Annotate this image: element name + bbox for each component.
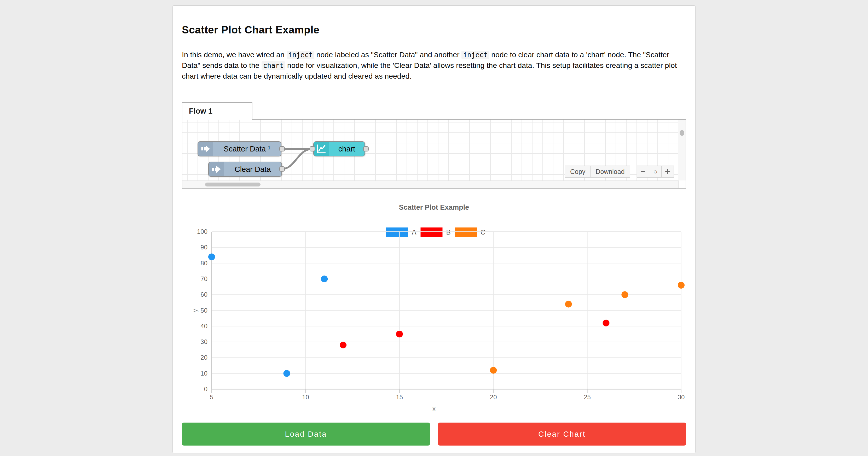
x-axis-title: x — [432, 405, 436, 412]
inject-node-scatter-data[interactable]: Scatter Data ¹ — [197, 141, 281, 157]
line-chart-icon — [314, 142, 329, 156]
x-tick-label: 5 — [210, 394, 213, 401]
port-output-chart[interactable] — [363, 146, 369, 152]
inline-code: inject — [287, 51, 314, 59]
legend-label-A[interactable]: A — [412, 228, 416, 236]
y-tick-label: 70 — [200, 275, 208, 282]
x-tick-label: 20 — [490, 394, 497, 401]
port-output-scatter-data[interactable] — [279, 146, 285, 152]
flow-zoom-controls: − ○ + — [637, 166, 674, 177]
legend-swatch-B[interactable] — [421, 227, 443, 237]
y-tick-label: 20 — [200, 354, 208, 361]
chart-title: Scatter Plot Example — [399, 203, 469, 211]
inline-code: inject — [461, 51, 489, 59]
wire-clear-to-chart[interactable] — [282, 149, 312, 169]
zoom-out-button[interactable]: − — [637, 166, 649, 177]
inline-code: chart — [261, 61, 285, 70]
horizontal-scrollbar-thumb[interactable] — [205, 183, 260, 187]
y-tick-label: 30 — [200, 338, 208, 345]
description-text: node labeled as "Scatter Data" and anoth… — [314, 51, 462, 59]
y-tick-label: 40 — [200, 323, 208, 330]
legend-label-B[interactable]: B — [446, 228, 451, 236]
scatter-point-C — [678, 282, 685, 289]
legend-swatch-A[interactable] — [386, 227, 408, 237]
scatter-point-C — [490, 367, 497, 374]
legend-swatch-C[interactable] — [455, 227, 477, 237]
zoom-reset-button[interactable]: ○ — [649, 166, 661, 177]
scatter-point-A — [208, 253, 215, 260]
content-card: Scatter Plot Chart Example In this demo,… — [173, 5, 695, 453]
y-tick-label: 0 — [204, 386, 208, 393]
x-tick-label: 15 — [396, 394, 403, 401]
scatter-point-C — [621, 291, 628, 298]
node-label: chart — [329, 142, 365, 156]
flow-tab-label: Flow 1 — [189, 107, 212, 116]
scatter-point-C — [565, 301, 572, 307]
vertical-scrollbar-thumb[interactable] — [680, 130, 684, 136]
y-tick-label: 80 — [200, 260, 208, 267]
scatter-chart: Scatter Plot ExampleABC51015202530010203… — [182, 200, 686, 421]
load-data-button[interactable]: Load Data — [182, 423, 430, 446]
flow-canvas[interactable]: Scatter Data ¹ Clear Data — [182, 119, 686, 189]
x-tick-label: 25 — [584, 394, 591, 401]
scatter-point-A — [321, 275, 328, 282]
chart-node[interactable]: chart — [313, 141, 365, 157]
flow-export-toolbar: Copy Download — [565, 166, 630, 177]
port-output-clear-data[interactable] — [279, 166, 285, 171]
node-label: Clear Data — [224, 162, 281, 176]
description-paragraph: In this demo, we have wired an inject no… — [182, 50, 686, 81]
flow-horizontal-scrollbar — [182, 181, 678, 188]
inject-icon — [209, 162, 224, 176]
legend-label-C[interactable]: C — [480, 228, 486, 236]
flow-editor: Flow 1 Scatter Data ¹ — [182, 102, 686, 189]
zoom-in-button[interactable]: + — [661, 166, 674, 177]
scatter-point-B — [602, 320, 609, 326]
y-tick-label: 90 — [200, 244, 208, 251]
port-input-chart[interactable] — [310, 146, 315, 152]
node-label: Scatter Data ¹ — [213, 142, 281, 156]
y-tick-label: 100 — [197, 228, 208, 235]
scatter-point-A — [283, 370, 290, 377]
y-tick-label: 60 — [200, 291, 208, 298]
x-tick-label: 30 — [678, 394, 685, 401]
page-title: Scatter Plot Chart Example — [182, 24, 686, 36]
flow-tab[interactable]: Flow 1 — [182, 102, 252, 120]
download-button[interactable]: Download — [590, 166, 630, 177]
clear-chart-button[interactable]: Clear Chart — [438, 423, 686, 446]
y-axis-title: y — [191, 309, 198, 312]
x-tick-label: 10 — [302, 394, 309, 401]
copy-button[interactable]: Copy — [565, 166, 590, 177]
action-buttons-row: Load Data Clear Chart — [182, 423, 686, 446]
flow-vertical-scrollbar — [678, 120, 686, 181]
scatter-point-B — [396, 331, 403, 337]
scatter-point-B — [340, 341, 346, 348]
inject-node-clear-data[interactable]: Clear Data — [208, 162, 282, 177]
inject-icon — [198, 142, 213, 156]
description-text: In this demo, we have wired an — [182, 51, 287, 59]
y-tick-label: 10 — [200, 370, 208, 377]
y-tick-label: 50 — [200, 307, 208, 314]
